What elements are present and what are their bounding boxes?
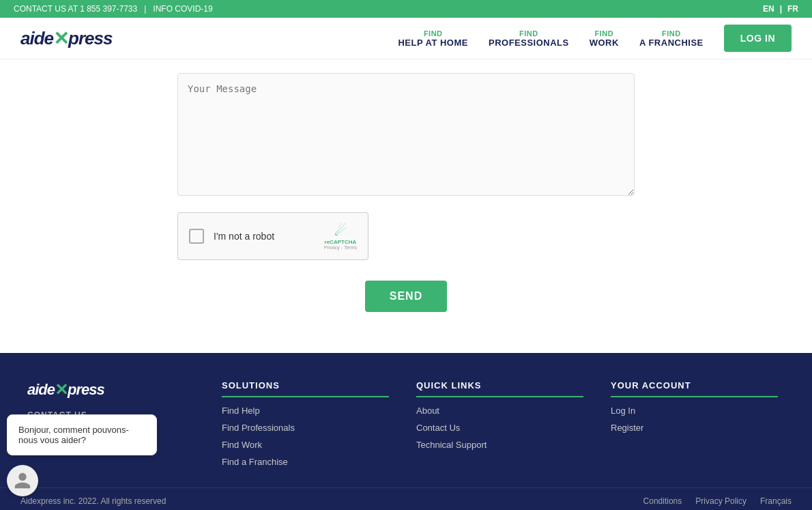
header: aide✕press FIND HELP AT HOME FIND PROFES…	[0, 18, 812, 59]
francais-link[interactable]: Français	[760, 496, 792, 506]
footer-bottom-links: Conditions Privacy Policy Français	[643, 496, 792, 506]
nav-work[interactable]: FIND WORK	[590, 29, 619, 48]
login-button[interactable]: LOG IN	[724, 25, 792, 52]
solutions-title: SOLUTIONS	[222, 380, 389, 397]
captcha-wrapper: I'm not a robot ☄ reCAPTCHA Privacy - Te…	[177, 212, 368, 260]
logo-press: press	[68, 28, 112, 49]
footer-account-col: YOUR ACCOUNT Log In Register	[597, 380, 792, 474]
nav-franchise[interactable]: FIND A FRANCHISE	[639, 29, 704, 48]
recaptcha-icon: ☄	[334, 223, 347, 239]
your-account-title: YOUR ACCOUNT	[611, 380, 778, 397]
divider: |	[144, 4, 146, 14]
send-btn-wrapper: SEND	[177, 281, 635, 312]
top-bar: CONTACT US AT 1 855 397-7733 | INFO COVI…	[0, 0, 812, 18]
chat-bubble: Bonjour, comment pouvons-nous vous aider…	[7, 414, 157, 455]
chat-bubble-text: Bonjour, comment pouvons-nous vous aider…	[18, 425, 129, 445]
footer-register[interactable]: Register	[611, 423, 778, 433]
main-content: I'm not a robot ☄ reCAPTCHA Privacy - Te…	[0, 59, 812, 353]
captcha-checkbox[interactable]	[189, 229, 204, 244]
top-bar-left: CONTACT US AT 1 855 397-7733 | INFO COVI…	[14, 4, 213, 14]
contact-info: CONTACT US AT 1 855 397-7733	[14, 4, 137, 14]
quick-links-title: QUICK LINKS	[416, 380, 583, 397]
send-button[interactable]: SEND	[365, 281, 447, 312]
captcha-label: I'm not a robot	[214, 231, 315, 242]
avatar-icon	[13, 471, 32, 490]
footer-technical-support[interactable]: Technical Support	[416, 440, 583, 450]
lang-separator: |	[780, 4, 782, 14]
main-nav: FIND HELP AT HOME FIND PROFESSIONALS FIN…	[398, 25, 792, 52]
conditions-link[interactable]: Conditions	[643, 496, 682, 506]
footer-find-professionals[interactable]: Find Professionals	[222, 423, 389, 433]
recaptcha-brand: reCAPTCHA	[325, 239, 357, 245]
logo-aide: aide	[20, 28, 53, 49]
logo[interactable]: aide✕press	[20, 27, 112, 50]
copyright: Aidexpress inc. 2022. All rights reserve…	[20, 496, 166, 506]
recaptcha-sub: Privacy - Terms	[324, 245, 357, 250]
footer-about[interactable]: About	[416, 406, 583, 416]
captcha-box[interactable]: I'm not a robot ☄ reCAPTCHA Privacy - Te…	[177, 212, 368, 260]
footer-logo: aide✕press	[27, 380, 194, 399]
footer-contact-us[interactable]: Contact Us	[416, 423, 583, 433]
footer-solutions-col: SOLUTIONS Find Help Find Professionals F…	[208, 380, 403, 474]
footer-quick-links-col: QUICK LINKS About Contact Us Technical S…	[403, 380, 597, 474]
footer-find-work[interactable]: Find Work	[222, 440, 389, 450]
logo-x: ✕	[53, 27, 68, 50]
privacy-policy-link[interactable]: Privacy Policy	[695, 496, 746, 506]
covid-info[interactable]: INFO COVID-19	[153, 4, 212, 14]
footer-find-franchise[interactable]: Find a Franchise	[222, 457, 389, 467]
nav-professionals[interactable]: FIND PROFESSIONALS	[489, 29, 569, 48]
language-switcher: EN | FR	[763, 4, 798, 14]
message-input[interactable]	[177, 73, 635, 196]
nav-help-at-home[interactable]: FIND HELP AT HOME	[398, 29, 468, 48]
lang-fr[interactable]: FR	[787, 4, 798, 14]
chat-avatar[interactable]	[7, 465, 38, 496]
captcha-logo: ☄ reCAPTCHA Privacy - Terms	[324, 223, 357, 250]
footer-bottom: Aidexpress inc. 2022. All rights reserve…	[0, 487, 812, 510]
footer-find-help[interactable]: Find Help	[222, 406, 389, 416]
footer-log-in[interactable]: Log In	[611, 406, 778, 416]
lang-en[interactable]: EN	[763, 4, 774, 14]
